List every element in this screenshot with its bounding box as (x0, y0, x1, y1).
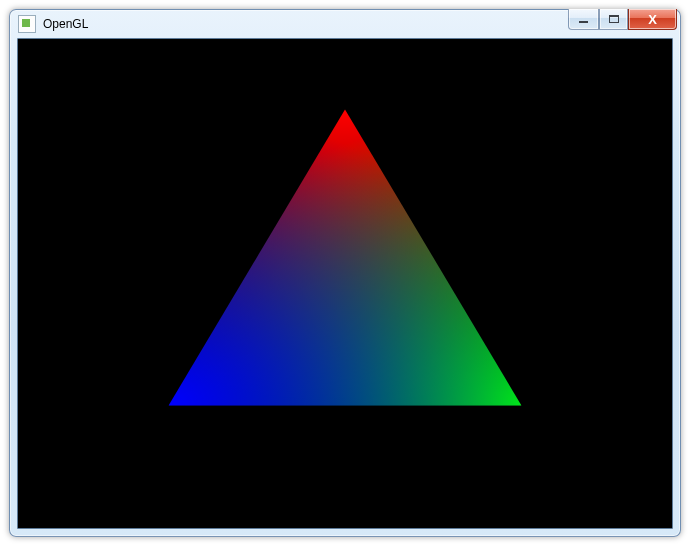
maximize-button[interactable] (599, 9, 628, 30)
opengl-viewport (17, 38, 673, 529)
maximize-icon (609, 15, 619, 23)
app-icon (18, 15, 36, 33)
close-button[interactable]: X (628, 9, 677, 30)
render-surface (18, 39, 672, 528)
minimize-button[interactable] (568, 9, 599, 30)
app-window: OpenGL X (9, 9, 681, 537)
caption-buttons: X (568, 9, 677, 30)
window-title: OpenGL (43, 16, 88, 32)
title-bar[interactable]: OpenGL X (10, 10, 680, 38)
minimize-icon (579, 21, 588, 23)
close-icon: X (648, 13, 657, 26)
